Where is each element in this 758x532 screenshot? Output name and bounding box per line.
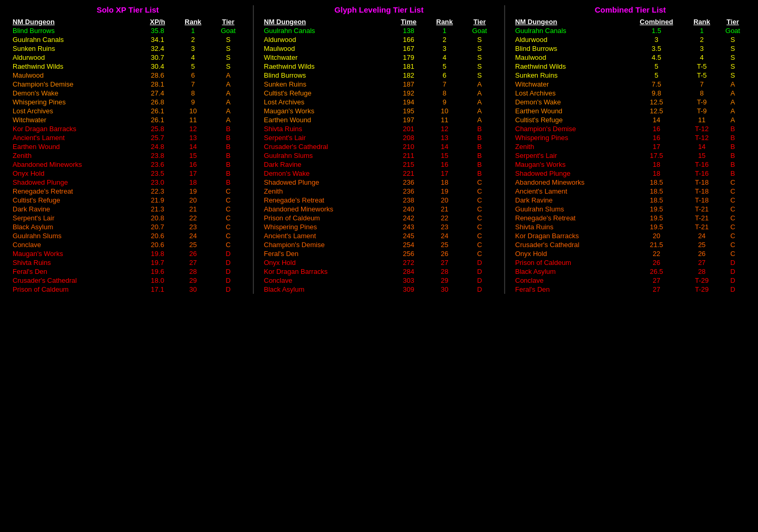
col-value2: 187 bbox=[391, 80, 426, 89]
rank-value: 22 bbox=[175, 214, 211, 222]
rank-value: 25 bbox=[175, 240, 211, 249]
col-value2: 18 bbox=[627, 160, 686, 169]
divider-1 bbox=[253, 5, 254, 294]
col-value2: 303 bbox=[391, 276, 426, 285]
rank-value: 5 bbox=[175, 62, 211, 71]
glyph-leveling-section: Glyph Leveling Tier List NM Dungeon Time… bbox=[257, 5, 501, 294]
dungeon-name: Earthen Wound bbox=[513, 107, 627, 115]
dungeon-name: Crusader's Cathedral bbox=[10, 276, 141, 285]
col-value2: 18.5 bbox=[627, 187, 686, 196]
tier-value: B bbox=[718, 124, 748, 133]
dungeon-name: Maugan's Works bbox=[262, 107, 391, 115]
rank-value: 26 bbox=[175, 249, 211, 258]
dungeon-name: Aldurwood bbox=[10, 53, 141, 62]
tier-value: A bbox=[211, 107, 245, 115]
col-value2: 30.7 bbox=[141, 53, 175, 62]
dungeon-name: Onyx Hold bbox=[262, 258, 391, 267]
col-value2: 1.5 bbox=[627, 26, 686, 35]
col-value2: 20.7 bbox=[141, 222, 175, 231]
dungeon-name: Guulrahn Canals bbox=[10, 35, 141, 44]
table-row: Kor Dragan Barracks25.812B bbox=[10, 124, 245, 133]
table-row: Serpent's Lair17.515B bbox=[513, 151, 748, 160]
rank-value: 5 bbox=[426, 62, 463, 71]
rank-value: 3 bbox=[175, 44, 211, 53]
tier-value: D bbox=[718, 276, 748, 285]
combined-title: Combined Tier List bbox=[513, 5, 748, 14]
rank-value: T-18 bbox=[686, 196, 718, 205]
col-value2: 26 bbox=[627, 258, 686, 267]
dungeon-name: Feral's Den bbox=[262, 249, 391, 258]
col-value2: 9.8 bbox=[627, 89, 686, 98]
col-value2: 19.5 bbox=[627, 205, 686, 214]
col-value2: 221 bbox=[391, 169, 426, 178]
table-row: Zenith1714B bbox=[513, 142, 748, 151]
col-value2: 256 bbox=[391, 249, 426, 258]
combined-table: NM Dungeon Combined Rank Tier Guulrahn C… bbox=[513, 17, 748, 294]
dungeon-name: Prison of Caldeum bbox=[513, 258, 627, 267]
col-value2: 23.8 bbox=[141, 151, 175, 160]
col-value2: 26.1 bbox=[141, 115, 175, 124]
col-value2: 35.8 bbox=[141, 26, 175, 35]
table-row: Champion's Demise16T-12B bbox=[513, 124, 748, 133]
dungeon-name: Demon's Wake bbox=[10, 89, 141, 98]
tier-value: A bbox=[718, 89, 748, 98]
col-value2: 18.5 bbox=[627, 196, 686, 205]
tier-value: S bbox=[718, 53, 748, 62]
col-value2: 21.3 bbox=[141, 205, 175, 214]
rank-value: 21 bbox=[175, 205, 211, 214]
dungeon-name: Whispering Pines bbox=[262, 222, 391, 231]
rank-value: 22 bbox=[426, 214, 463, 222]
rank-value: T-29 bbox=[686, 285, 718, 294]
dungeon-name: Whispering Pines bbox=[10, 98, 141, 107]
tier-value: S bbox=[463, 44, 496, 53]
col-value2: 32.4 bbox=[141, 44, 175, 53]
rank-value: 27 bbox=[175, 258, 211, 267]
table-row: Onyx Hold23.517B bbox=[10, 169, 245, 178]
table-row: Maulwood4.54S bbox=[513, 53, 748, 62]
dungeon-name: Champion's Demise bbox=[513, 124, 627, 133]
dungeon-name: Demon's Wake bbox=[262, 169, 391, 178]
tier-value: C bbox=[718, 187, 748, 196]
col-value2: 26.8 bbox=[141, 98, 175, 107]
tier-value: D bbox=[463, 258, 496, 267]
rank-value: 16 bbox=[175, 160, 211, 169]
col-value2: 240 bbox=[391, 205, 426, 214]
table-row: Conclave30329D bbox=[262, 276, 496, 285]
tier-value: D bbox=[211, 258, 245, 267]
dungeon-name: Lost Archives bbox=[262, 98, 391, 107]
combined-col-dungeon: NM Dungeon bbox=[513, 17, 627, 26]
dungeon-name: Earthen Wound bbox=[262, 115, 391, 124]
table-row: Whispering Pines24323C bbox=[262, 222, 496, 231]
rank-value: 8 bbox=[686, 89, 718, 98]
dungeon-name: Onyx Hold bbox=[513, 249, 627, 258]
tier-value: S bbox=[718, 44, 748, 53]
table-row: Sunken Ruins32.43S bbox=[10, 44, 245, 53]
tier-value: C bbox=[463, 214, 496, 222]
tier-value: D bbox=[718, 285, 748, 294]
rank-value: 7 bbox=[175, 80, 211, 89]
table-row: Black Asylum20.723C bbox=[10, 222, 245, 231]
rank-value: 12 bbox=[426, 124, 463, 133]
rank-value: T-16 bbox=[686, 160, 718, 169]
rank-value: 7 bbox=[686, 80, 718, 89]
tier-value: B bbox=[463, 133, 496, 142]
rank-value: 18 bbox=[426, 178, 463, 187]
rank-value: 2 bbox=[686, 35, 718, 44]
rank-value: 17 bbox=[426, 169, 463, 178]
tier-value: C bbox=[463, 187, 496, 196]
dungeon-name: Dark Ravine bbox=[262, 160, 391, 169]
tier-value: C bbox=[718, 196, 748, 205]
dungeon-name: Prison of Caldeum bbox=[262, 214, 391, 222]
dungeon-name: Conclave bbox=[262, 276, 391, 285]
tier-value: A bbox=[718, 80, 748, 89]
dungeon-name: Crusader's Cathedral bbox=[513, 240, 627, 249]
rank-value: T-21 bbox=[686, 222, 718, 231]
col-value2: 236 bbox=[391, 187, 426, 196]
dungeon-name: Witchwater bbox=[10, 115, 141, 124]
tier-value: Goat bbox=[463, 26, 496, 35]
table-row: Prison of Caldeum17.130D bbox=[10, 285, 245, 294]
dungeon-name: Kor Dragan Barracks bbox=[513, 231, 627, 240]
dungeon-name: Guulrahn Canals bbox=[262, 26, 391, 35]
dungeon-name: Maugan's Works bbox=[513, 160, 627, 169]
rank-value: 25 bbox=[686, 240, 718, 249]
